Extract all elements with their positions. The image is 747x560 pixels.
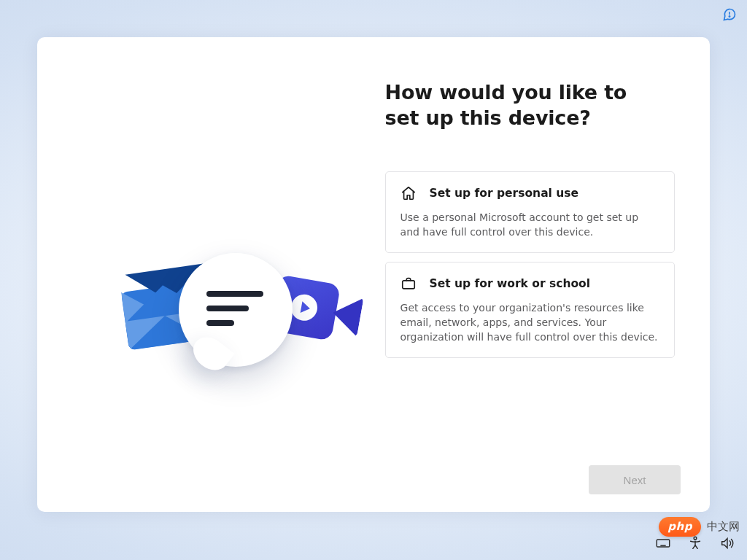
setup-illustration — [125, 271, 358, 402]
page-title: How would you like to set up this device… — [385, 79, 662, 131]
chat-bubble-icon — [179, 253, 293, 367]
option-personal[interactable]: Set up for personal use Use a personal M… — [385, 171, 675, 253]
option-title: Set up for personal use — [430, 187, 579, 200]
home-icon — [400, 185, 417, 201]
feedback-icon[interactable] — [722, 7, 737, 25]
accessibility-icon[interactable] — [687, 535, 703, 554]
option-work[interactable]: Set up for work or school Get access to … — [385, 262, 675, 358]
keyboard-icon[interactable] — [655, 535, 671, 554]
svg-rect-2 — [402, 281, 414, 289]
volume-icon[interactable] — [719, 535, 735, 554]
watermark-pill: php — [659, 517, 701, 537]
illustration-pane — [37, 37, 360, 512]
option-desc: Use a personal Microsoft account to get … — [400, 210, 659, 239]
svg-point-1 — [729, 16, 729, 17]
option-desc: Get access to your organization's resour… — [400, 300, 659, 344]
setup-card: How would you like to set up this device… — [37, 37, 710, 512]
next-button[interactable]: Next — [589, 465, 681, 494]
option-title: Set up for work or school — [430, 277, 591, 290]
content-pane: How would you like to set up this device… — [360, 37, 710, 512]
watermark: php 中文网 — [659, 517, 740, 537]
briefcase-icon — [400, 276, 417, 292]
watermark-text: 中文网 — [707, 520, 740, 534]
svg-point-15 — [694, 537, 697, 540]
